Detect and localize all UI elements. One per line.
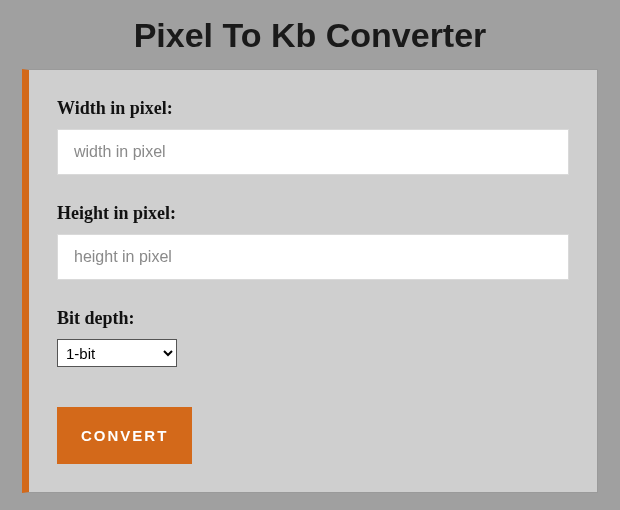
width-label: Width in pixel: xyxy=(57,98,569,119)
height-field-group: Height in pixel: xyxy=(57,203,569,280)
bitdepth-select[interactable]: 1-bit xyxy=(57,339,177,367)
height-input[interactable] xyxy=(57,234,569,280)
width-input[interactable] xyxy=(57,129,569,175)
converter-card: Width in pixel: Height in pixel: Bit dep… xyxy=(22,69,598,493)
bitdepth-label: Bit depth: xyxy=(57,308,569,329)
height-label: Height in pixel: xyxy=(57,203,569,224)
page-title: Pixel To Kb Converter xyxy=(0,0,620,69)
bitdepth-field-group: Bit depth: 1-bit xyxy=(57,308,569,367)
width-field-group: Width in pixel: xyxy=(57,98,569,175)
convert-button[interactable]: CONVERT xyxy=(57,407,192,464)
